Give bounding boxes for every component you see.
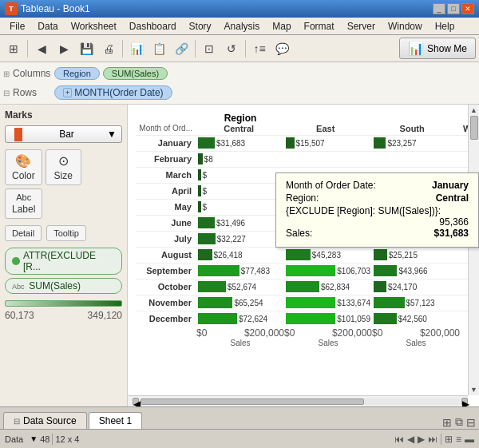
- central-bar-cell: $52,674: [196, 280, 284, 294]
- duplicate-sheet-icon[interactable]: ⧉: [455, 415, 463, 429]
- sheet1-tab[interactable]: Sheet 1: [89, 412, 142, 429]
- marks-panel: Marks ▐▌ Bar ▼ 🎨 Color ⊙ Size Abc Label …: [0, 105, 128, 406]
- table-view-icon[interactable]: ≡: [456, 434, 461, 445]
- row-month-label: January: [136, 138, 196, 148]
- tooltip-icon[interactable]: 💬: [271, 38, 292, 59]
- menu-map[interactable]: Map: [266, 19, 297, 34]
- mark-type-select[interactable]: ▐▌ Bar ▼: [5, 125, 122, 143]
- columns-pill-region[interactable]: Region: [54, 67, 100, 80]
- v-scroll-down[interactable]: ▼: [470, 386, 477, 394]
- status-dimensions: 12 x 4: [55, 434, 79, 444]
- sheet1-label: Sheet 1: [99, 415, 132, 426]
- row-month-label: October: [136, 282, 196, 291]
- row-month-label: February: [136, 154, 196, 164]
- table-row[interactable]: August $26,418 $45,283 $25,215: [136, 247, 479, 262]
- main-content: Marks ▐▌ Bar ▼ 🎨 Color ⊙ Size Abc Label …: [0, 105, 479, 406]
- label-button[interactable]: Abc Label: [5, 188, 42, 219]
- table-row[interactable]: January $31,683 $15,507 $23,257: [136, 135, 479, 150]
- close-button[interactable]: ✕: [461, 3, 474, 14]
- columns-pill-sales[interactable]: SUM(Sales): [103, 67, 168, 80]
- nav-first-icon[interactable]: ⏮: [394, 434, 404, 445]
- h-scroll-left[interactable]: ◀: [133, 398, 139, 406]
- v-scroll-up[interactable]: ▲: [470, 106, 477, 114]
- menu-story[interactable]: Story: [183, 19, 218, 34]
- forward-button[interactable]: ▶: [53, 38, 74, 59]
- menu-analysis[interactable]: Analysis: [218, 19, 267, 34]
- save-button[interactable]: 💾: [76, 38, 97, 59]
- central-bar-cell: $32,227: [196, 232, 284, 246]
- color-button[interactable]: 🎨 Color: [5, 149, 42, 185]
- grid-icon[interactable]: ⊞: [3, 38, 24, 59]
- east-axis-max: $200,000: [332, 327, 372, 339]
- h-scroll-right[interactable]: ▶: [461, 398, 468, 406]
- central-axis-min: $0: [196, 327, 207, 339]
- show-me-button[interactable]: 📊 Show Me: [399, 38, 476, 59]
- table-row[interactable]: October $52,674 $62,834 $24,170: [136, 279, 479, 294]
- connect-icon[interactable]: 🔗: [171, 38, 192, 59]
- east-bar-cell: [284, 157, 372, 161]
- show-me-label: Show Me: [427, 43, 467, 54]
- menu-worksheet[interactable]: Worksheet: [65, 19, 123, 34]
- status-sep-2: [441, 434, 441, 445]
- columns-label: ⊞ Columns: [3, 68, 51, 79]
- exclude-label: ATTR(EXCLUDE [R...: [23, 250, 115, 272]
- nav-prev-icon[interactable]: ◀: [407, 434, 414, 445]
- data-source-tab[interactable]: ⊟ Data Source: [3, 412, 87, 429]
- size-button[interactable]: ⊙ Size: [46, 149, 81, 185]
- window-controls[interactable]: _ □ ✕: [433, 3, 474, 14]
- data-icon[interactable]: 📋: [148, 38, 169, 59]
- exclude-pill[interactable]: ATTR(EXCLUDE [R...: [5, 248, 122, 275]
- grid-view-icon[interactable]: ⊞: [445, 434, 453, 445]
- menu-window[interactable]: Window: [382, 19, 429, 34]
- status-dropdown-icon[interactable]: ▼: [30, 434, 38, 443]
- chart-area[interactable]: Region Month of Ord... Central East Sout…: [128, 105, 479, 406]
- row-month-label: September: [136, 266, 196, 276]
- central-col-header: Central: [196, 124, 282, 133]
- title-bar: T Tableau - Book1 _ □ ✕: [0, 0, 479, 18]
- chart-view-icon[interactable]: ▬: [465, 434, 474, 445]
- h-scrollbar[interactable]: ◀ ▶: [128, 395, 468, 406]
- menu-help[interactable]: Help: [429, 19, 461, 34]
- print-button[interactable]: 🖨: [98, 38, 119, 59]
- detail-button[interactable]: Detail: [5, 225, 42, 241]
- status-bar: Data ▼ 48 12 x 4 ⏮ ◀ ▶ ⏭ ⊞ ≡ ▬: [0, 429, 479, 448]
- tab-action-buttons: ⊞ ⧉ ⊟: [442, 415, 476, 429]
- menu-server[interactable]: Server: [341, 19, 382, 34]
- table-row[interactable]: December $72,624 $101,059 $42,560: [136, 311, 479, 326]
- table-row[interactable]: September $77,483 $106,703 $43,966: [136, 263, 479, 278]
- east-col-header: East: [282, 124, 368, 133]
- title-bar-left: T Tableau - Book1: [5, 2, 90, 15]
- row-month-label: July: [136, 234, 196, 244]
- tooltip-region-label: Region:: [286, 192, 319, 204]
- maximize-button[interactable]: □: [447, 3, 460, 14]
- minimize-button[interactable]: _: [433, 3, 445, 14]
- tooltip-region-row: Region: Central: [286, 192, 469, 204]
- v-scrollbar[interactable]: ▲ ▼: [468, 105, 479, 395]
- nav-next-icon[interactable]: ▶: [418, 434, 425, 445]
- nav-last-icon[interactable]: ⏭: [428, 434, 437, 445]
- rows-label: ⊟ Rows: [3, 87, 51, 98]
- menu-dashboard[interactable]: Dashboard: [123, 19, 183, 34]
- new-sheet-icon[interactable]: ⊞: [442, 416, 452, 429]
- col-headers-row: Month of Ord... Central East South W: [136, 124, 479, 133]
- rows-pill-month[interactable]: + MONTH(Order Date): [54, 85, 172, 100]
- tooltip-button[interactable]: Tooltip: [46, 225, 86, 241]
- v-scrollbar-thumb[interactable]: [470, 116, 478, 140]
- table-row[interactable]: November $65,254 $133,674 $57,123: [136, 295, 479, 310]
- refresh-button[interactable]: ↺: [221, 38, 242, 59]
- filter-icon[interactable]: ⊡: [199, 38, 220, 59]
- menu-format[interactable]: Format: [298, 19, 341, 34]
- table-row[interactable]: February $8: [136, 151, 479, 166]
- size-label: Size: [54, 170, 73, 181]
- menu-data[interactable]: Data: [31, 19, 64, 34]
- h-scrollbar-track[interactable]: [141, 398, 460, 405]
- sort-asc-icon[interactable]: ↑≡: [249, 38, 270, 59]
- sum-sales-pill[interactable]: Abc SUM(Sales): [5, 278, 122, 294]
- chart-icon[interactable]: 📊: [126, 38, 147, 59]
- toolbar-separator-2: [122, 40, 123, 57]
- h-scrollbar-thumb[interactable]: [141, 398, 364, 405]
- new-dashboard-icon[interactable]: ⊟: [466, 416, 476, 429]
- menu-file[interactable]: File: [3, 19, 31, 34]
- back-button[interactable]: ◀: [31, 38, 52, 59]
- tooltip-region-value: Central: [436, 192, 469, 204]
